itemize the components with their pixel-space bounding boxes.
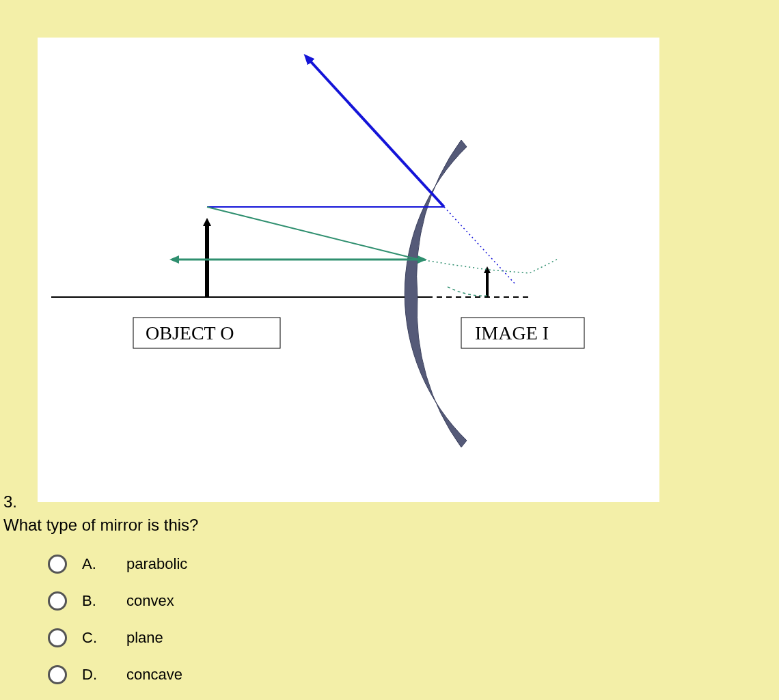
option-d-letter: D. — [82, 666, 116, 684]
blue-ray-reflected — [308, 58, 444, 207]
diagram-container: OBJECT O IMAGE I — [38, 38, 659, 502]
option-a-letter: A. — [82, 555, 116, 573]
blue-ray-virtual — [444, 207, 516, 285]
question-text: What type of mirror is this? — [3, 516, 198, 535]
option-a-row: A. parabolic — [48, 553, 187, 575]
object-label-text: OBJECT O — [146, 322, 234, 344]
mirror-diagram: OBJECT O IMAGE I — [38, 38, 659, 502]
green-ray-diagonal — [207, 207, 419, 260]
option-c-letter: C. — [82, 629, 116, 647]
image-label-text: IMAGE I — [475, 322, 549, 344]
option-d-radio[interactable] — [48, 665, 67, 684]
option-a-radio[interactable] — [48, 555, 67, 574]
option-c-text: plane — [126, 629, 163, 647]
option-b-text: convex — [126, 592, 174, 610]
option-c-row: C. plane — [48, 627, 187, 649]
question-number: 3. — [3, 492, 17, 512]
option-c-radio[interactable] — [48, 628, 67, 647]
green-dashed-arc — [448, 287, 489, 296]
mirror-shape — [405, 140, 467, 447]
option-d-text: concave — [126, 666, 182, 684]
options-list: A. parabolic B. convex C. plane D. conca… — [48, 553, 187, 700]
option-b-row: B. convex — [48, 590, 187, 612]
option-d-row: D. concave — [48, 664, 187, 686]
option-b-letter: B. — [82, 592, 116, 610]
option-b-radio[interactable] — [48, 591, 67, 611]
option-a-text: parabolic — [126, 555, 187, 573]
